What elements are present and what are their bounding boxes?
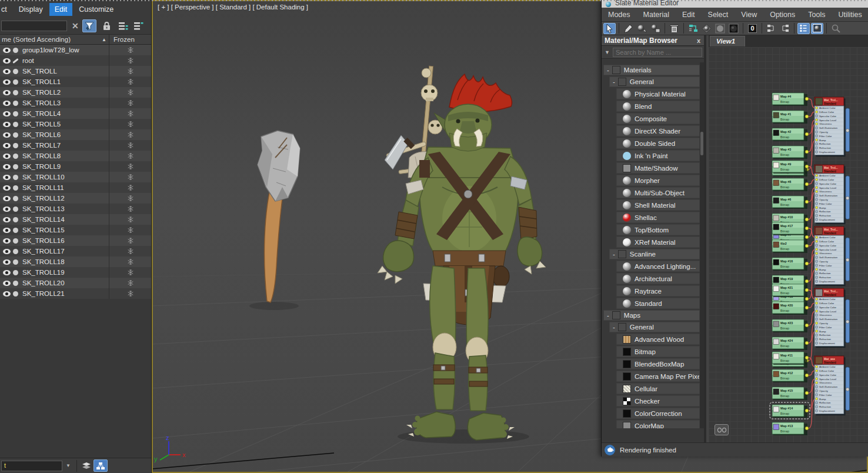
menu-tools[interactable]: Tools (802, 11, 832, 19)
object-name[interactable]: SK_TROLL20 (22, 279, 109, 287)
frozen-cell[interactable] (109, 45, 151, 55)
hide-unused-nodeslots-icon[interactable] (687, 23, 699, 34)
slot-socket[interactable] (815, 214, 817, 216)
slot-socket[interactable] (815, 394, 817, 396)
frozen-cell[interactable] (109, 87, 151, 98)
slot-socket[interactable] (815, 310, 817, 312)
material-preview-window-icon[interactable] (811, 23, 823, 34)
map-node[interactable]: Map #17Bitmap (772, 222, 809, 235)
visibility-eye-icon[interactable] (3, 249, 11, 254)
frozen-cell[interactable] (109, 246, 151, 257)
expand-tree-icon[interactable] (116, 19, 131, 32)
object-name[interactable]: group1lowT28_low (22, 46, 109, 54)
table-row[interactable]: SK_TROLL19 (0, 267, 151, 278)
menu-utilities[interactable]: Utilities (832, 11, 868, 19)
collapse-tree-icon[interactable] (132, 19, 146, 32)
slot-socket[interactable] (815, 139, 817, 141)
visibility-eye-icon[interactable] (3, 206, 11, 212)
visibility-eye-icon[interactable] (3, 69, 11, 74)
viewport-label[interactable]: [ + ] [ Perspective ] [ Standard ] [ Def… (158, 4, 308, 11)
column-header-frozen[interactable]: Frozen (109, 35, 151, 44)
table-row[interactable]: SK_TROLL20 (0, 278, 151, 288)
map-output-socket[interactable] (805, 391, 809, 395)
visibility-eye-icon[interactable] (3, 175, 11, 180)
menu-options[interactable]: Options (763, 11, 802, 19)
collapse-toggle[interactable]: - (610, 78, 618, 85)
browser-row[interactable]: Cellular (616, 383, 700, 394)
slot-socket[interactable] (815, 236, 817, 238)
pick-material-eyedropper-icon[interactable] (622, 23, 635, 34)
slot-socket[interactable] (815, 318, 817, 320)
map-node[interactable]: Map #13Bitmap (772, 422, 809, 435)
table-row[interactable]: SK_TROLL9 (0, 161, 151, 172)
slot-socket[interactable] (815, 405, 817, 408)
visibility-eye-icon[interactable] (3, 217, 11, 222)
slot-socket[interactable] (815, 334, 817, 336)
slot-socket[interactable] (815, 131, 817, 133)
frozen-cell[interactable] (109, 66, 151, 76)
map-output-socket[interactable] (805, 165, 809, 168)
map-output-socket[interactable] (805, 409, 809, 412)
layout-all-icon[interactable] (779, 23, 791, 34)
slot-socket[interactable] (815, 202, 817, 205)
frozen-cell[interactable] (109, 55, 151, 66)
map-node[interactable]: Map #3Bitmap (772, 146, 809, 159)
visibility-eye-icon[interactable] (3, 281, 11, 286)
visibility-eye-icon[interactable] (3, 48, 11, 53)
collapse-toggle[interactable]: - (610, 251, 618, 258)
slot-socket[interactable] (815, 151, 817, 153)
table-row[interactable]: SK_TROLL13 (0, 204, 151, 214)
object-name[interactable]: SK_TROLL19 (22, 269, 109, 276)
browser-row[interactable]: - Scanline (609, 249, 700, 259)
visibility-eye-icon[interactable] (3, 291, 11, 297)
map-output-socket[interactable] (805, 279, 809, 283)
visibility-eye-icon[interactable] (3, 122, 11, 127)
table-row[interactable]: SK_TROLL (0, 66, 151, 76)
object-name[interactable]: SK_TROLL6 (22, 131, 109, 138)
browser-row[interactable]: Ink 'n Paint (616, 150, 700, 161)
browser-row[interactable]: Physical Material (616, 88, 700, 99)
browser-row[interactable]: Blend (616, 101, 700, 112)
table-row[interactable]: SK_TROLL3 (0, 98, 151, 108)
slot-socket[interactable] (815, 302, 817, 304)
column-header-name[interactable]: me (Sorted Ascending) (0, 36, 102, 43)
visibility-eye-icon[interactable] (3, 238, 11, 244)
slot-socket[interactable] (815, 342, 817, 344)
show-background-icon[interactable] (714, 23, 726, 34)
object-name[interactable]: SK_TROLL9 (22, 163, 109, 170)
frozen-cell[interactable] (109, 161, 151, 172)
browser-row[interactable]: Double Sided (616, 138, 700, 149)
map-output-socket[interactable] (805, 288, 809, 292)
menu-edit[interactable]: Edit (676, 11, 702, 19)
slot-socket[interactable] (815, 106, 817, 109)
slot-socket[interactable] (815, 326, 817, 328)
material-output-socket[interactable] (846, 258, 849, 262)
selection-set-combo[interactable]: t (1, 461, 62, 471)
slot-socket[interactable] (815, 330, 817, 332)
browser-scrollbar[interactable] (700, 62, 704, 428)
material-node[interactable]: Mat_Trol...StandardAmbient ColorDiffuse … (814, 288, 850, 348)
map-output-socket[interactable] (805, 374, 809, 377)
search-input[interactable] (613, 48, 702, 57)
close-icon[interactable]: x (697, 37, 704, 44)
map-output-socket[interactable] (805, 150, 809, 154)
scrollbar-thumb[interactable] (700, 132, 703, 155)
map-node[interactable]: Map #4Bitmap (772, 93, 809, 106)
material-node[interactable]: Mat_Trol...StandardAmbient ColorDiffuse … (814, 165, 850, 224)
material-output-socket[interactable] (846, 129, 849, 132)
frozen-cell[interactable] (109, 98, 151, 108)
menu-item-partial[interactable]: ct (0, 3, 12, 16)
frozen-cell[interactable] (109, 108, 151, 119)
slot-socket[interactable] (815, 268, 817, 271)
slot-socket[interactable] (815, 218, 817, 221)
table-row[interactable]: root (0, 55, 151, 66)
table-row[interactable]: SK_TROLL16 (0, 235, 151, 246)
object-name[interactable]: SK_TROLL14 (22, 216, 109, 223)
browser-row[interactable]: Checker (616, 395, 700, 407)
browser-row[interactable]: BlendedBoxMap (616, 358, 700, 369)
object-name[interactable]: SK_TROLL21 (22, 290, 109, 297)
map-node[interactable]: Map #9Bitmap (772, 161, 809, 174)
map-node[interactable]: Map #2Bitmap (772, 128, 809, 141)
frozen-cell[interactable] (109, 76, 151, 87)
slot-socket[interactable] (815, 401, 817, 404)
